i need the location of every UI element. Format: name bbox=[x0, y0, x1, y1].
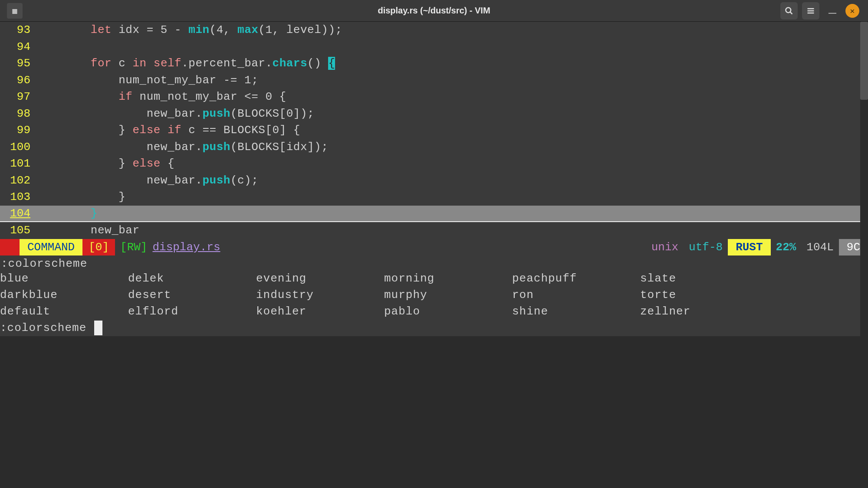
code-content: new_bar.push(BLOCKS[0]); bbox=[35, 107, 868, 120]
code-line[interactable]: 99 } else if c == BLOCKS[0] { bbox=[0, 122, 868, 139]
code-line[interactable]: 101 } else { bbox=[0, 155, 868, 172]
line-number: 104 bbox=[0, 207, 35, 220]
completion-item[interactable]: evening bbox=[256, 270, 384, 287]
code-content: } else { bbox=[35, 157, 868, 170]
minimize-button[interactable]: _ bbox=[824, 2, 841, 20]
completion-item[interactable]: blue bbox=[0, 270, 128, 287]
status-filetype: RUST bbox=[728, 239, 770, 255]
completion-item[interactable]: zellner bbox=[640, 303, 768, 320]
status-linecount: 104L bbox=[801, 241, 838, 254]
code-content: } bbox=[35, 190, 868, 203]
completion-item[interactable]: default bbox=[0, 303, 128, 320]
code-content: } else if c == BLOCKS[0] { bbox=[35, 124, 868, 137]
code-content: new_bar.push(BLOCKS[idx]); bbox=[35, 141, 868, 154]
status-register: [0] bbox=[82, 239, 115, 255]
status-encoding: utf-8 bbox=[684, 241, 728, 254]
cursor bbox=[94, 321, 102, 335]
scrollbar-thumb[interactable] bbox=[860, 22, 868, 100]
completion-item[interactable]: desert bbox=[128, 287, 256, 303]
status-fileformat: unix bbox=[646, 241, 684, 254]
completion-item[interactable]: ron bbox=[512, 287, 640, 303]
code-content: new_bar bbox=[35, 224, 868, 237]
line-number: 100 bbox=[0, 141, 35, 154]
code-content: if num_not_my_bar <= 0 { bbox=[35, 90, 868, 103]
line-number: 103 bbox=[0, 190, 35, 203]
line-number: 93 bbox=[0, 23, 35, 36]
line-number: 99 bbox=[0, 124, 35, 137]
line-number: 101 bbox=[0, 157, 35, 170]
line-number: 102 bbox=[0, 174, 35, 187]
code-content: num_not_my_bar -= 1; bbox=[35, 74, 868, 87]
svg-line-1 bbox=[790, 12, 792, 14]
code-line[interactable]: 95 for c in self.percent_bar.chars() { bbox=[0, 55, 868, 72]
completion-item[interactable]: slate bbox=[640, 270, 768, 287]
completion-item[interactable]: peachpuff bbox=[512, 270, 640, 287]
completion-item[interactable]: pablo bbox=[384, 303, 512, 320]
close-button[interactable]: ✕ bbox=[845, 4, 859, 18]
statusline: COMMAND [0] [RW] display.rs unix utf-8 R… bbox=[0, 239, 868, 255]
search-icon[interactable] bbox=[780, 2, 798, 20]
completion-item[interactable]: koehler bbox=[256, 303, 384, 320]
code-content: let idx = 5 - min(4, max(1, level)); bbox=[35, 23, 868, 36]
command-line[interactable]: :colorscheme bbox=[0, 320, 868, 336]
titlebar: ▦ display.rs (~/dust/src) - VIM _ ✕ bbox=[0, 0, 868, 22]
code-line[interactable]: 96 num_not_my_bar -= 1; bbox=[0, 72, 868, 89]
status-rw: [RW] bbox=[115, 241, 152, 254]
line-number: 95 bbox=[0, 57, 35, 70]
line-number: 98 bbox=[0, 107, 35, 120]
code-line[interactable]: 98 new_bar.push(BLOCKS[0]); bbox=[0, 105, 868, 122]
menu-icon[interactable] bbox=[802, 2, 819, 20]
code-line[interactable]: 105 new_bar bbox=[0, 222, 868, 239]
completion-item[interactable]: murphy bbox=[384, 287, 512, 303]
app-icon[interactable]: ▦ bbox=[7, 3, 23, 19]
status-filename: display.rs bbox=[152, 241, 220, 254]
completion-item[interactable]: industry bbox=[256, 287, 384, 303]
window-title: display.rs (~/dust/src) - VIM bbox=[378, 6, 490, 16]
code-content: new_bar.push(c); bbox=[35, 174, 868, 187]
code-content: for c in self.percent_bar.chars() { bbox=[35, 57, 868, 70]
code-line[interactable]: 93 let idx = 5 - min(4, max(1, level)); bbox=[0, 22, 868, 39]
status-flag bbox=[0, 239, 20, 255]
code-line[interactable]: 100 new_bar.push(BLOCKS[idx]); bbox=[0, 139, 868, 156]
completion-item[interactable]: darkblue bbox=[0, 287, 128, 303]
status-percent: 22% bbox=[771, 241, 802, 254]
line-number: 105 bbox=[0, 224, 35, 237]
completion-item[interactable]: delek bbox=[128, 270, 256, 287]
code-line[interactable]: 103 } bbox=[0, 189, 868, 206]
scrollbar[interactable] bbox=[860, 22, 868, 343]
code-line[interactable]: 102 new_bar.push(c); bbox=[0, 172, 868, 189]
completion-item[interactable]: morning bbox=[384, 270, 512, 287]
line-number: 94 bbox=[0, 40, 35, 53]
code-line[interactable]: 104 } bbox=[0, 206, 868, 223]
code-content: } bbox=[35, 207, 868, 220]
line-number: 97 bbox=[0, 90, 35, 103]
line-number: 96 bbox=[0, 74, 35, 87]
command-input-text: :colorscheme bbox=[0, 321, 86, 334]
command-label: :colorscheme bbox=[0, 257, 868, 270]
code-line[interactable]: 97 if num_not_my_bar <= 0 { bbox=[0, 88, 868, 105]
completion-item[interactable]: elflord bbox=[128, 303, 256, 320]
svg-point-0 bbox=[786, 7, 791, 13]
completion-list: bluedarkbluedefaultdelekdesertelflordeve… bbox=[0, 270, 868, 320]
status-mode: COMMAND bbox=[20, 239, 82, 255]
editor-pane[interactable]: 93 let idx = 5 - min(4, max(1, level));9… bbox=[0, 22, 868, 239]
completion-item[interactable]: shine bbox=[512, 303, 640, 320]
completion-item[interactable]: torte bbox=[640, 287, 768, 303]
command-area: :colorscheme bluedarkbluedefaultdelekdes… bbox=[0, 255, 868, 336]
code-line[interactable]: 94 bbox=[0, 39, 868, 56]
